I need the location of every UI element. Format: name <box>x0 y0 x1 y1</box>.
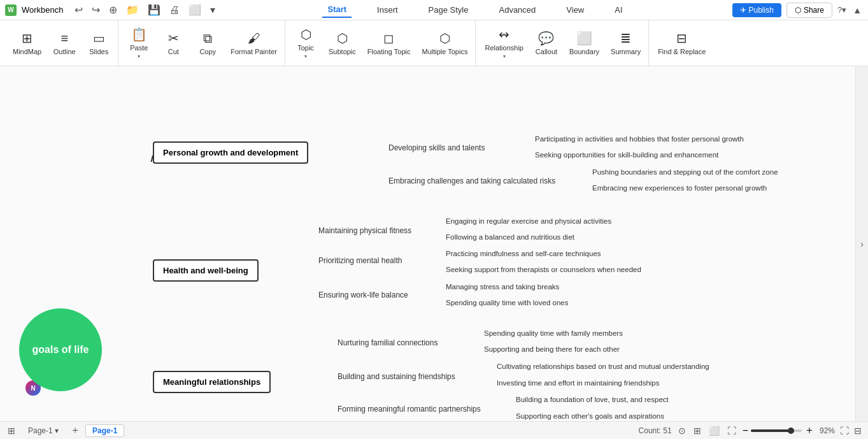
subtopic-developing-skills[interactable]: Developing skills and talents <box>388 143 485 152</box>
statusbar: ⊞ Page-1 ▾ ＋ Page-1 Count: 51 ⊙ ⊞ ⬜ ⛶ − … <box>0 421 868 439</box>
copy-button[interactable]: ⧉ Copy <box>191 24 224 62</box>
paste-button[interactable]: 📋 Paste ▾ <box>122 24 155 62</box>
central-node[interactable]: goals of life <box>19 308 102 391</box>
fit-button[interactable]: ⊟ <box>854 426 862 436</box>
cut-button[interactable]: ✂ Cut <box>157 24 190 62</box>
find-replace-button[interactable]: ⊟ Find & Replace <box>653 24 711 62</box>
menu-bar: Start Insert Page Style Advanced View AI <box>218 2 732 18</box>
grid-view-button[interactable]: ⊞ <box>692 424 702 437</box>
boundary-button[interactable]: ⬜ Boundary <box>564 24 604 62</box>
menu-page-style[interactable]: Page Style <box>423 2 474 18</box>
topic-label: Topic <box>297 44 314 52</box>
leaf-supporting-each-other[interactable]: Supporting and being there for each othe… <box>484 345 620 353</box>
open-button[interactable]: 📁 <box>123 3 142 17</box>
leaf-embracing-new[interactable]: Embracing new experiences to foster pers… <box>592 184 767 192</box>
leaf-managing-stress[interactable]: Managing stress and taking breaks <box>446 283 559 291</box>
print-button[interactable]: 🖨 <box>166 3 183 17</box>
redo-button[interactable]: ↪ <box>89 3 103 17</box>
subtopic-maintaining-fitness[interactable]: Maintaining physical fitness <box>318 226 411 235</box>
right-panel-toggle[interactable]: › <box>855 66 868 421</box>
undo-button[interactable]: ↩ <box>71 3 86 17</box>
topic-meaningful-label: Meaningful relationships <box>163 377 260 387</box>
mindmap-button[interactable]: ⊞ MindMap <box>8 24 46 62</box>
subtopic-button[interactable]: ⬡ Subtopic <box>324 24 361 62</box>
fullscreen-button[interactable]: ⛶ <box>726 424 737 437</box>
format-painter-button[interactable]: 🖌 Format Painter <box>225 24 282 62</box>
topic-personal-growth-label: Personal growth and development <box>163 148 298 157</box>
zoom-out-button[interactable]: − <box>743 425 748 436</box>
export-button[interactable]: ⬜ <box>185 3 204 17</box>
leaf-cultivating-trust[interactable]: Cultivating relationships based on trust… <box>497 363 709 370</box>
menu-view[interactable]: View <box>561 2 589 18</box>
help-button[interactable]: ?▾ <box>837 5 846 15</box>
subtopic-forming-romantic[interactable]: Forming meaningful romantic partnerships <box>338 405 481 414</box>
expand-button[interactable]: ⛶ <box>840 426 849 436</box>
layout-button[interactable]: ⊞ <box>6 424 17 437</box>
subtopic-nurturing-familial[interactable]: Nurturing familial connections <box>338 338 438 347</box>
relationship-button[interactable]: ↭ Relationship ▾ <box>480 24 529 62</box>
topic-icon: ⬡ <box>301 27 311 42</box>
slides-button[interactable]: ▭ Slides <box>82 24 115 62</box>
multiple-topics-button[interactable]: ⬡ Multiple Topics <box>416 24 473 62</box>
floating-topic-button[interactable]: ◻ Floating Topic <box>362 24 416 62</box>
subtopic-building-friendships[interactable]: Building and sustaining friendships <box>338 372 455 381</box>
subtopic-prioritizing-mental[interactable]: Prioritizing mental health <box>318 256 402 265</box>
leaf-quality-time-family[interactable]: Spending quality time with family member… <box>484 329 623 337</box>
floating-topic-icon: ◻ <box>383 31 394 46</box>
add-page-button[interactable]: ＋ <box>70 424 80 437</box>
page-dropdown[interactable]: Page-1 ▾ <box>22 425 65 436</box>
menu-ai[interactable]: AI <box>609 2 627 18</box>
mindmap-icon: ⊞ <box>22 31 32 46</box>
summary-label: Summary <box>611 48 641 55</box>
paste-label: Paste <box>130 44 148 52</box>
leaf-participating[interactable]: Participating in activities and hobbies … <box>535 135 744 143</box>
outline-button[interactable]: ≡ Outline <box>48 24 81 62</box>
relationship-icon: ↭ <box>499 27 509 42</box>
share-button[interactable]: ⬡ Share <box>786 3 832 18</box>
subtopic-embracing-challenges[interactable]: Embracing challenges and taking calculat… <box>388 176 555 185</box>
count-label: Count: 51 <box>639 426 672 435</box>
subtopic-work-life[interactable]: Ensuring work-life balance <box>318 291 408 299</box>
leaf-pushing-boundaries[interactable]: Pushing boundaries and stepping out of t… <box>592 168 778 176</box>
topic-health[interactable]: Health and well-being <box>153 259 259 282</box>
menu-start[interactable]: Start <box>322 2 352 18</box>
app-name: Workbench <box>22 5 64 15</box>
zoom-slider-fill <box>751 429 789 432</box>
leaf-building-foundation[interactable]: Building a foundation of love, trust, an… <box>516 396 669 403</box>
menu-advanced[interactable]: Advanced <box>494 2 541 18</box>
leaf-quality-time-loved[interactable]: Spending quality time with loved ones <box>446 299 568 306</box>
leaf-mindfulness[interactable]: Practicing mindfulness and self-care tec… <box>446 250 601 257</box>
leaf-engaging-exercise[interactable]: Engaging in regular exercise and physica… <box>446 217 611 225</box>
zoom-fit-button[interactable]: ⊙ <box>677 424 687 437</box>
insert-group: ⬡ Topic ▾ ⬡ Subtopic ◻ Floating Topic ⬡ … <box>287 20 476 66</box>
page-dropdown-label: Page-1 <box>28 426 53 435</box>
leaf-balanced-diet[interactable]: Following a balanced and nutritious diet <box>446 233 574 241</box>
main-area: goals of life Personal growth and develo… <box>0 66 868 421</box>
menu-insert[interactable]: Insert <box>372 2 403 18</box>
topic-personal-growth[interactable]: Personal growth and development <box>153 141 308 164</box>
new-button[interactable]: ⊕ <box>106 3 120 17</box>
find-replace-label: Find & Replace <box>658 48 706 55</box>
summary-icon: ≣ <box>620 31 631 46</box>
app-icon: W <box>5 4 17 16</box>
save-button[interactable]: 💾 <box>145 3 164 17</box>
active-page-tab[interactable]: Page-1 <box>85 424 124 437</box>
cut-icon: ✂ <box>168 31 179 46</box>
leaf-supporting-goals[interactable]: Supporting each other's goals and aspira… <box>516 412 664 420</box>
more-button[interactable]: ▾ <box>207 3 218 17</box>
canvas[interactable]: goals of life Personal growth and develo… <box>0 66 855 421</box>
slides-icon: ▭ <box>93 31 105 46</box>
collapse-button[interactable]: ▲ <box>851 4 863 17</box>
publish-button[interactable]: ✈ Publish <box>732 3 781 17</box>
summary-button[interactable]: ≣ Summary <box>606 24 646 62</box>
view-mode-button[interactable]: ⬜ <box>708 424 721 437</box>
topic-button[interactable]: ⬡ Topic ▾ <box>289 24 322 62</box>
zoom-slider[interactable] <box>751 429 802 432</box>
leaf-investing-time[interactable]: Investing time and effort in maintaining… <box>497 379 660 387</box>
topic-meaningful[interactable]: Meaningful relationships <box>153 371 271 393</box>
callout-button[interactable]: 💬 Callout <box>530 24 563 62</box>
leaf-seeking-support[interactable]: Seeking support from therapists or couns… <box>446 266 641 273</box>
relationship-arrow: ▾ <box>503 54 506 59</box>
zoom-in-button[interactable]: ＋ <box>804 424 815 437</box>
leaf-seeking-skill[interactable]: Seeking opportunities for skill-building… <box>535 151 718 159</box>
